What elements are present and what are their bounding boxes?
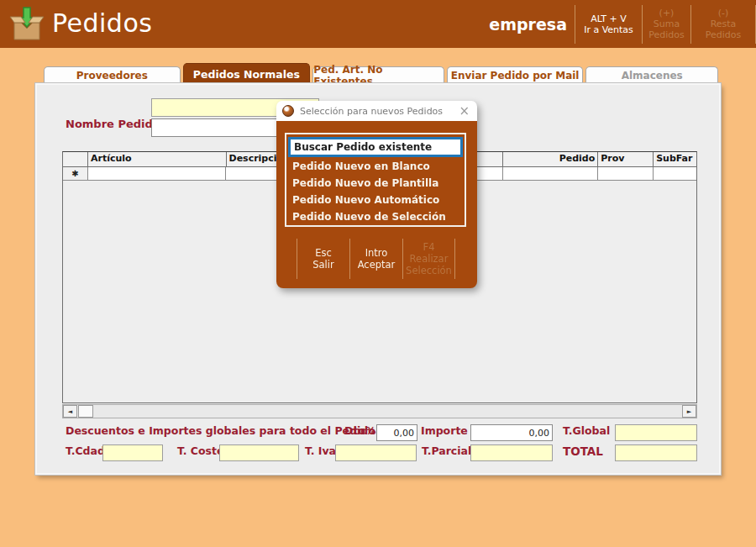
- column-header-subfar[interactable]: SubFar: [654, 152, 696, 167]
- list-item-pedido-nuevo-automatico[interactable]: Pedido Nuevo Automático: [286, 192, 465, 208]
- header-actions: empresa ALT + V Ir a Ventas (+) Suma Ped…: [489, 0, 756, 48]
- tparcial-input[interactable]: [470, 444, 553, 461]
- shortcut-label: Esc: [315, 247, 332, 259]
- button-label: Realizar: [410, 253, 449, 265]
- shortcut-label: F4: [423, 241, 435, 253]
- button-label: Salir: [312, 259, 333, 271]
- go-to-sales-button[interactable]: ALT + V Ir a Ventas: [575, 5, 642, 44]
- column-header-articulo[interactable]: Artículo: [88, 152, 227, 167]
- page-title: Pedidos: [52, 8, 152, 38]
- orders-box-icon: [8, 4, 45, 43]
- close-icon[interactable]: ×: [457, 105, 471, 118]
- new-order-selection-dialog: Selección para nuevos Pedidos × Buscar P…: [276, 101, 477, 288]
- dto-label: Dto%: [344, 424, 375, 437]
- tab-almacenes[interactable]: Almacenes: [585, 66, 718, 84]
- tcdad-label: T.Cdad: [66, 444, 105, 457]
- button-label: Pedidos: [706, 29, 742, 40]
- button-label: Ir a Ventas: [584, 24, 633, 35]
- tiva-label: T. Iva: [305, 444, 336, 457]
- f4-realizar-seleccion-button[interactable]: F4 Realizar Selección: [402, 239, 455, 279]
- importe-label: Importe: [421, 424, 468, 437]
- app-window: Pedidos empresa ALT + V Ir a Ventas (+) …: [0, 0, 756, 547]
- shortcut-label: Intro: [365, 247, 388, 259]
- importe-input[interactable]: [470, 424, 553, 441]
- cell-prov[interactable]: [598, 167, 654, 181]
- button-label: Suma: [654, 18, 680, 29]
- tab-bar: Proveedores Pedidos Normales Ped. Art. N…: [35, 63, 721, 84]
- esc-salir-button[interactable]: Esc Salir: [297, 239, 349, 279]
- tcdad-input[interactable]: [102, 444, 163, 461]
- tglobal-label: T.Global: [563, 424, 610, 437]
- tab-proveedores[interactable]: Proveedores: [44, 66, 181, 84]
- dialog-buttons: Esc Salir Intro Aceptar F4 Realizar Sele…: [297, 239, 455, 279]
- tglobal-input[interactable]: [615, 424, 697, 441]
- resta-pedidos-button[interactable]: (-) Resta Pedidos: [690, 5, 756, 44]
- scrollbar-thumb[interactable]: [78, 405, 93, 418]
- cell-articulo[interactable]: [88, 167, 227, 181]
- total-label: TOTAL: [563, 444, 603, 458]
- total-input[interactable]: [615, 444, 697, 461]
- tcoste-input[interactable]: [219, 444, 299, 461]
- nombre-pedido-label: Nombre Pedido: [66, 118, 160, 130]
- list-item-pedido-nuevo-en-blanco[interactable]: Pedido Nuevo en Blanco: [286, 158, 465, 175]
- list-item-pedido-nuevo-de-plantilla[interactable]: Pedido Nuevo de Plantilla: [286, 175, 465, 192]
- cell-subfar[interactable]: [654, 167, 696, 181]
- scroll-left-icon[interactable]: ◄: [63, 405, 77, 418]
- discounts-section-label: Descuentos e Importes globales para todo…: [66, 424, 375, 437]
- tiva-input[interactable]: [335, 444, 417, 461]
- tparcial-label: T.Parcial: [422, 444, 471, 457]
- tab-ped-art-no-existentes[interactable]: Ped. Art. No Existentes: [312, 66, 444, 84]
- shortcut-label: (+): [659, 8, 675, 18]
- suma-pedidos-button[interactable]: (+) Suma Pedidos: [642, 5, 690, 44]
- dialog-option-list: Buscar Pedido existente Pedido Nuevo en …: [285, 133, 466, 227]
- tab-pedidos-normales[interactable]: Pedidos Normales: [183, 63, 311, 84]
- titlebar: Pedidos empresa ALT + V Ir a Ventas (+) …: [0, 0, 756, 48]
- button-label: Aceptar: [358, 259, 396, 271]
- button-label: Resta: [711, 18, 737, 29]
- list-item-pedido-nuevo-de-seleccion[interactable]: Pedido Nuevo de Selección: [286, 208, 465, 225]
- column-header-pedido[interactable]: Pedido: [503, 152, 599, 167]
- button-label: Pedidos: [648, 29, 685, 40]
- new-row-selector[interactable]: ✱: [63, 167, 88, 181]
- intro-aceptar-button[interactable]: Intro Aceptar: [349, 239, 402, 279]
- cell-pedido[interactable]: [503, 167, 599, 181]
- horizontal-scrollbar: ◄ ►: [62, 404, 697, 418]
- button-label: Selección: [406, 265, 452, 276]
- shortcut-label: (-): [718, 8, 729, 18]
- tcoste-label: T. Coste: [177, 444, 223, 457]
- dialog-title: Selección para nuevos Pedidos: [294, 106, 457, 117]
- scroll-right-icon[interactable]: ►: [682, 405, 696, 418]
- dialog-titlebar[interactable]: Selección para nuevos Pedidos ×: [276, 101, 477, 121]
- shortcut-label: ALT + V: [591, 13, 627, 24]
- column-header-prov[interactable]: Prov: [598, 152, 654, 167]
- company-name: empresa: [489, 15, 567, 34]
- list-item-buscar-pedido-existente[interactable]: Buscar Pedido existente: [288, 137, 463, 157]
- dialog-body: Buscar Pedido existente Pedido Nuevo en …: [276, 121, 477, 288]
- scrollbar-track[interactable]: [93, 405, 682, 418]
- tab-enviar-pedido-por-mail[interactable]: Enviar Pedido por Mail: [447, 66, 584, 84]
- dialog-app-icon: [282, 105, 294, 117]
- row-selector-header: [63, 152, 88, 167]
- dto-input[interactable]: [376, 424, 417, 441]
